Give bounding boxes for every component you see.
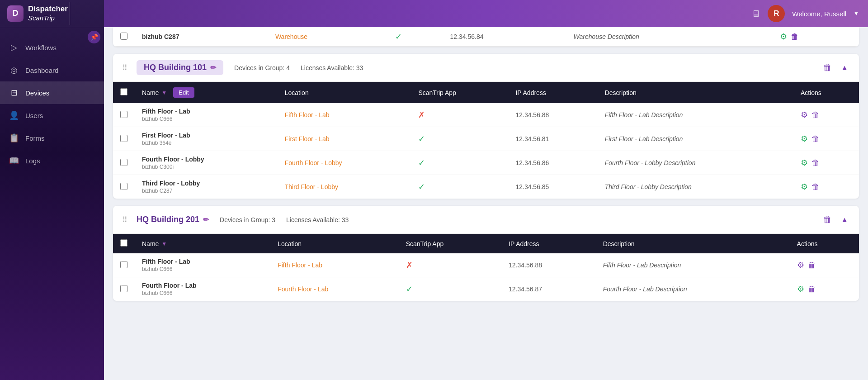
action-icons: ⚙ 🗑 xyxy=(801,110,852,120)
configure-icon[interactable]: ⚙ xyxy=(801,158,808,168)
row-checkbox[interactable] xyxy=(120,135,127,142)
pin-badge: 📌 xyxy=(88,31,100,43)
device-description: Fourth Floor - Lab Description xyxy=(603,285,687,293)
configure-icon[interactable]: ⚙ xyxy=(801,110,808,120)
device-model: bizhub 364e xyxy=(142,140,270,146)
device-ip: 12.34.56.88 xyxy=(509,261,542,269)
th-ip: IP Address xyxy=(508,82,597,103)
action-icons: ⚙ 🗑 xyxy=(797,260,852,270)
sidebar-item-dashboard[interactable]: ◎ Dashboard xyxy=(0,59,104,81)
drag-handle[interactable]: ⠿ xyxy=(122,215,127,224)
group-delete-button[interactable]: 🗑 xyxy=(823,62,832,73)
device-name: Fourth Floor - Lobby xyxy=(142,156,270,163)
sidebar-item-users[interactable]: 👤 Users xyxy=(0,104,104,127)
sidebar: D DispatcherScanTrip 📌 ▷ Workflows ◎ Das… xyxy=(0,0,104,380)
sidebar-item-label: Users xyxy=(25,112,43,119)
devices-count-label: Devices in Group: 4 xyxy=(234,64,290,71)
avatar[interactable]: R xyxy=(768,5,785,22)
licenses-label: Licenses Available: 33 xyxy=(301,64,363,71)
partial-device-table: bizhub C287 Warehouse ✓ 12.34.56.84 Ware… xyxy=(113,27,859,47)
th-scantrip: ScanTrip App xyxy=(411,82,508,103)
row-checkbox[interactable] xyxy=(120,261,127,268)
drag-handle[interactable]: ⠿ xyxy=(122,63,127,72)
device-model: bizhub C666 xyxy=(142,290,263,296)
device-name: Fifth Floor - Lab xyxy=(142,108,270,115)
device-model: bizhub C666 xyxy=(142,266,263,272)
delete-icon[interactable]: 🗑 xyxy=(811,110,820,120)
welcome-text: Welcome, Russell xyxy=(792,10,846,18)
sidebar-item-devices[interactable]: ⊟ Devices xyxy=(0,81,104,104)
group-edit-icon[interactable]: ✏ xyxy=(203,215,209,224)
group-header-hq101: ⠿ HQ Building 101 ✏ Devices in Group: 4 … xyxy=(113,54,859,82)
select-all-checkbox[interactable] xyxy=(120,88,127,95)
device-table-hq101: Name ▼ Edit Location ScanTrip App IP Add… xyxy=(113,82,859,199)
configure-icon[interactable]: ⚙ xyxy=(780,32,787,42)
sidebar-item-label: Devices xyxy=(25,89,49,97)
table-row: Fourth Floor - Lobby bizhub C300i Fourth… xyxy=(113,151,859,175)
sidebar-item-label: Dashboard xyxy=(25,66,58,74)
sort-icon[interactable]: ▼ xyxy=(161,241,167,247)
configure-icon[interactable]: ⚙ xyxy=(801,182,808,192)
delete-icon[interactable]: 🗑 xyxy=(811,182,820,192)
sidebar-item-label: Workflows xyxy=(25,44,57,52)
users-icon: 👤 xyxy=(9,110,19,120)
device-ip: 12.34.56.87 xyxy=(509,285,542,293)
device-location: Fourth Floor - Lab xyxy=(278,285,328,293)
main-area: 🖥 R Welcome, Russell ▼ bizhub C287 Wareh… xyxy=(104,0,868,380)
sort-icon[interactable]: ▼ xyxy=(161,90,167,96)
delete-icon[interactable]: 🗑 xyxy=(811,134,820,144)
table-row: Fifth Floor - Lab bizhub C666 Fifth Floo… xyxy=(113,103,859,127)
logo-area: D DispatcherScanTrip xyxy=(0,0,104,27)
delete-icon[interactable]: 🗑 xyxy=(808,285,816,294)
table-row: Third Floor - Lobby bizhub C287 Third Fl… xyxy=(113,175,859,199)
table-header: Name ▼ Location ScanTrip App IP Address … xyxy=(113,234,859,253)
scantrip-status: ✗ xyxy=(406,261,413,270)
device-model: bizhub C300i xyxy=(142,164,270,170)
device-table-hq201: Name ▼ Location ScanTrip App IP Address … xyxy=(113,234,859,301)
device-location: Third Floor - Lobby xyxy=(285,183,338,190)
th-description: Description xyxy=(598,82,793,103)
row-checkbox[interactable] xyxy=(120,285,127,292)
group-delete-button[interactable]: 🗑 xyxy=(823,214,832,225)
row-checkbox[interactable] xyxy=(120,111,127,118)
content-area: bizhub C287 Warehouse ✓ 12.34.56.84 Ware… xyxy=(104,27,868,380)
devices-count-label: Devices in Group: 3 xyxy=(220,216,275,223)
th-scantrip: ScanTrip App xyxy=(399,234,501,253)
edit-button[interactable]: Edit xyxy=(173,87,194,98)
device-name: Fourth Floor - Lab xyxy=(142,282,263,289)
configure-icon[interactable]: ⚙ xyxy=(797,260,804,270)
delete-icon[interactable]: 🗑 xyxy=(808,261,816,270)
device-ip: 12.34.56.85 xyxy=(515,183,549,190)
select-all-checkbox[interactable] xyxy=(120,239,127,247)
device-name: First Floor - Lab xyxy=(142,132,270,139)
device-location: Warehouse xyxy=(275,33,307,40)
row-checkbox[interactable] xyxy=(120,183,127,190)
th-actions: Actions xyxy=(793,82,859,103)
configure-icon[interactable]: ⚙ xyxy=(801,134,808,144)
table-body-hq201: Fifth Floor - Lab bizhub C666 Fifth Floo… xyxy=(113,253,859,301)
device-ip: 12.34.56.84 xyxy=(450,33,484,40)
device-ip: 12.34.56.88 xyxy=(515,111,549,119)
action-icons: ⚙ 🗑 xyxy=(801,134,852,144)
action-icons: ⚙ 🗑 xyxy=(801,158,852,168)
row-checkbox[interactable] xyxy=(120,159,127,166)
logs-icon: 📖 xyxy=(9,156,19,166)
sidebar-item-forms[interactable]: 📋 Forms xyxy=(0,127,104,149)
group-card-hq101: ⠿ HQ Building 101 ✏ Devices in Group: 4 … xyxy=(113,54,859,199)
device-ip: 12.34.56.81 xyxy=(515,135,549,142)
forms-icon: 📋 xyxy=(9,133,19,143)
delete-icon[interactable]: 🗑 xyxy=(811,158,820,168)
configure-icon[interactable]: ⚙ xyxy=(797,284,804,294)
device-description: Fifth Floor - Lab Description xyxy=(605,111,683,119)
sidebar-item-logs[interactable]: 📖 Logs xyxy=(0,149,104,172)
workflows-icon: ▷ xyxy=(9,43,19,52)
user-menu-chevron[interactable]: ▼ xyxy=(854,10,859,17)
group-collapse-button[interactable]: ▲ xyxy=(839,214,850,226)
th-actions: Actions xyxy=(790,234,859,253)
row-checkbox[interactable] xyxy=(120,33,127,40)
group-collapse-button[interactable]: ▲ xyxy=(839,62,850,74)
group-edit-icon[interactable]: ✏ xyxy=(210,63,216,72)
scantrip-status: ✓ xyxy=(406,285,413,294)
device-location: First Floor - Lab xyxy=(285,135,330,142)
delete-icon[interactable]: 🗑 xyxy=(791,32,799,42)
